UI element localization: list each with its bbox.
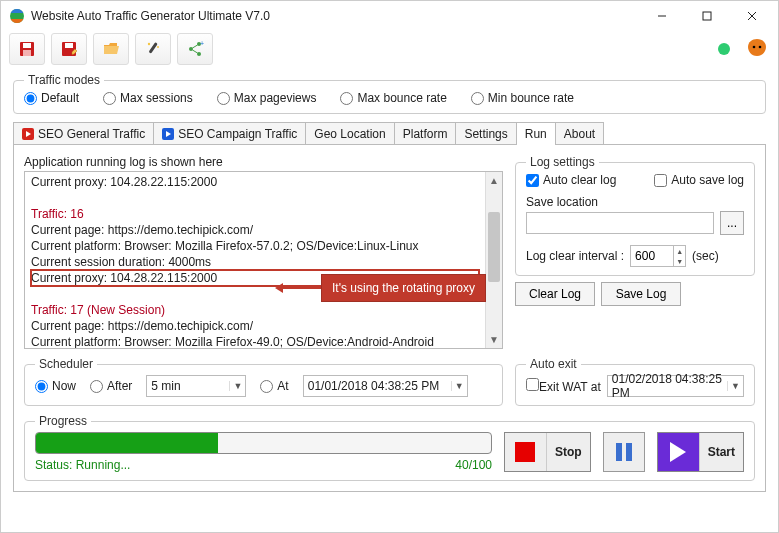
mode-max-pageviews[interactable]: Max pageviews (217, 91, 317, 105)
mascot-icon (744, 36, 770, 62)
tab-seo-campaign[interactable]: SEO Campaign Traffic (153, 122, 306, 145)
log-scrollbar[interactable]: ▲ ▼ (485, 172, 502, 348)
log-line: Current platform: Browser: Mozilla Firef… (31, 334, 479, 348)
log-settings-legend: Log settings (526, 155, 599, 169)
mode-min-bounce[interactable]: Min bounce rate (471, 91, 574, 105)
mode-default[interactable]: Default (24, 91, 79, 105)
spin-up-icon[interactable]: ▲ (673, 246, 685, 256)
tab-run[interactable]: Run (516, 122, 556, 145)
save-location-input[interactable] (526, 212, 714, 234)
toolbar: + (1, 31, 778, 67)
traffic-modes-legend: Traffic modes (24, 73, 104, 87)
annotation-callout: It's using the rotating proxy (281, 274, 486, 302)
open-button[interactable] (93, 33, 129, 65)
log-line: Traffic: 16 (31, 206, 479, 222)
share-button[interactable]: + (177, 33, 213, 65)
scroll-down-icon[interactable]: ▼ (486, 331, 502, 348)
minimize-button[interactable] (639, 2, 684, 30)
scroll-thumb[interactable] (488, 212, 500, 282)
progress-count: 40/100 (455, 458, 492, 472)
log-line: Current page: https://demo.techipick.com… (31, 318, 479, 334)
scheduler-legend: Scheduler (35, 357, 97, 371)
spin-down-icon[interactable]: ▼ (673, 256, 685, 266)
svg-point-11 (148, 43, 150, 45)
annotation-text: It's using the rotating proxy (321, 274, 486, 302)
app-icon (9, 8, 25, 24)
svg-rect-6 (23, 43, 31, 48)
titlebar: Website Auto Traffic Generator Ultimate … (1, 1, 778, 31)
tab-seo-general[interactable]: SEO General Traffic (13, 122, 154, 145)
interval-spinbox[interactable]: ▲▼ (630, 245, 686, 267)
log-line: Current session duration: 4000ms (31, 254, 479, 270)
svg-text:+: + (200, 40, 204, 47)
auto-clear-log[interactable]: Auto clear log (526, 173, 616, 187)
window-title: Website Auto Traffic Generator Ultimate … (31, 9, 270, 23)
app-window: Website Auto Traffic Generator Ultimate … (0, 0, 779, 533)
chevron-down-icon: ▼ (229, 381, 245, 391)
progress-group: Progress Status: Running... 40/100 Stop (24, 414, 755, 481)
mode-max-sessions[interactable]: Max sessions (103, 91, 193, 105)
save-button[interactable] (9, 33, 45, 65)
maximize-button[interactable] (684, 2, 729, 30)
scheduler-now[interactable]: Now (35, 379, 76, 393)
after-combo[interactable]: 5 min▼ (146, 375, 246, 397)
auto-save-log[interactable]: Auto save log (654, 173, 744, 187)
start-label: Start (700, 433, 743, 471)
play-icon (162, 128, 174, 140)
tab-platform[interactable]: Platform (394, 122, 457, 145)
svg-rect-9 (65, 43, 73, 48)
svg-rect-7 (23, 50, 31, 56)
scheduler-group: Scheduler Now After 5 min▼ At 01/01/2018… (24, 357, 503, 406)
log-line: Traffic: 17 (New Session) (31, 302, 479, 318)
interval-label: Log clear interval : (526, 249, 624, 263)
exit-at-datetime[interactable]: 01/02/2018 04:38:25 PM▼ (607, 375, 744, 397)
save-log-button[interactable]: Save Log (601, 282, 681, 306)
auto-exit-legend: Auto exit (526, 357, 581, 371)
play-icon (658, 433, 700, 471)
log-content[interactable]: Current proxy: 104.28.22.115:2000 Traffi… (25, 172, 485, 348)
start-button-group[interactable]: Start (657, 432, 744, 472)
tab-about[interactable]: About (555, 122, 604, 145)
close-button[interactable] (729, 2, 774, 30)
save-as-button[interactable] (51, 33, 87, 65)
interval-unit: (sec) (692, 249, 719, 263)
progress-legend: Progress (35, 414, 91, 428)
log-line: Current proxy: 104.28.22.115:2000 (31, 174, 479, 190)
run-panel: Application running log is shown here Cu… (13, 144, 766, 492)
log-line: Current page: https://demo.techipick.com… (31, 222, 479, 238)
svg-point-21 (759, 46, 762, 49)
tab-settings[interactable]: Settings (455, 122, 516, 145)
browse-button[interactable]: ... (720, 211, 744, 235)
chevron-down-icon: ▼ (727, 381, 743, 391)
at-datetime[interactable]: 01/01/2018 04:38:25 PM▼ (303, 375, 468, 397)
stop-button-group[interactable]: Stop (504, 432, 591, 472)
scheduler-after[interactable]: After (90, 379, 132, 393)
pause-icon (616, 443, 632, 461)
play-icon (22, 128, 34, 140)
svg-line-17 (193, 50, 198, 53)
log-settings-group: Log settings Auto clear log Auto save lo… (515, 155, 755, 276)
chevron-down-icon: ▼ (451, 381, 467, 391)
svg-point-12 (157, 46, 159, 48)
log-box: Current proxy: 104.28.22.115:2000 Traffi… (24, 171, 503, 349)
clear-log-button[interactable]: Clear Log (515, 282, 595, 306)
tab-geo[interactable]: Geo Location (305, 122, 394, 145)
svg-line-16 (193, 45, 198, 48)
auto-exit-group: Auto exit Exit WAT at 01/02/2018 04:38:2… (515, 357, 755, 406)
connection-status-icon (718, 43, 730, 55)
scheduler-at[interactable]: At (260, 379, 288, 393)
progress-bar (35, 432, 492, 454)
save-location-label: Save location (526, 195, 744, 209)
stop-label: Stop (547, 433, 590, 471)
svg-point-20 (753, 46, 756, 49)
arrow-icon (281, 287, 321, 289)
pause-button[interactable] (603, 432, 645, 472)
status-text: Status: Running... (35, 458, 130, 472)
log-caption: Application running log is shown here (24, 155, 503, 169)
exit-at-checkbox[interactable]: Exit WAT at (526, 378, 601, 394)
tabs: SEO General Traffic SEO Campaign Traffic… (13, 122, 766, 145)
scroll-up-icon[interactable]: ▲ (486, 172, 502, 189)
mode-max-bounce[interactable]: Max bounce rate (340, 91, 446, 105)
wizard-button[interactable] (135, 33, 171, 65)
interval-input[interactable] (631, 247, 673, 265)
